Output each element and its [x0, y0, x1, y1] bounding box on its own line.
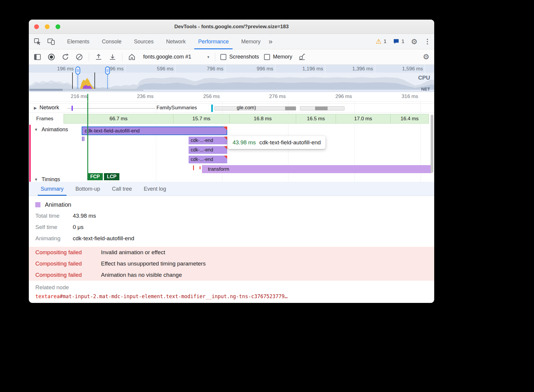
vertical-scrollbar[interactable] — [431, 115, 433, 173]
tab-call-tree[interactable]: Call tree — [106, 182, 138, 196]
overview-time-label: 996 ms — [238, 66, 273, 72]
total-time-value: 43.98 ms — [73, 212, 96, 219]
tab-bottom-up[interactable]: Bottom-up — [69, 182, 106, 196]
frame-cell[interactable]: 17.0 ms — [336, 114, 391, 124]
network-request-bar[interactable] — [300, 106, 345, 110]
settings-gear-icon[interactable]: ⚙ — [411, 37, 418, 46]
request-duration-line — [67, 108, 155, 109]
frame-cell[interactable]: 16.4 ms — [390, 114, 429, 124]
frame-cell[interactable]: 16.8 ms — [229, 114, 296, 124]
close-window-button[interactable] — [34, 24, 39, 29]
tab-memory[interactable]: Memory — [235, 34, 267, 49]
network-request-label[interactable]: gle.com) — [237, 105, 256, 111]
animating-label: Animating — [35, 235, 73, 242]
zoom-window-button[interactable] — [56, 24, 60, 29]
device-toolbar-icon[interactable] — [47, 37, 56, 46]
animations-track-label: Animations — [42, 127, 68, 133]
toolbar-divider — [122, 53, 122, 61]
detail-time-ruler: 216 ms 236 ms 256 ms 276 ms 296 ms 316 m… — [29, 92, 434, 102]
frames-track[interactable]: Frames 66.7 ms 15.7 ms 16.8 ms 16.5 ms 1… — [29, 113, 434, 124]
toggle-sidebar-icon[interactable] — [33, 53, 42, 61]
network-request-label[interactable]: FamilySummaries — [157, 105, 197, 111]
tab-console[interactable]: Console — [96, 34, 128, 49]
checkbox-box — [220, 54, 226, 60]
lcp-badge[interactable]: LCP — [104, 173, 119, 180]
animation-bar[interactable]: cdk-...-end — [189, 137, 227, 144]
animation-bar[interactable]: cdk-...-end — [189, 146, 227, 154]
network-track[interactable]: ▶ Network FamilySummaries gle.com) — [29, 103, 434, 113]
long-task-tick — [193, 165, 194, 170]
ruler-label: 216 ms — [55, 94, 87, 99]
warning-row: Compositing failed Invalid animation or … — [29, 247, 434, 258]
clear-recording-button[interactable] — [75, 53, 84, 61]
console-messages-badge[interactable]: 1 — [393, 38, 404, 45]
inspect-element-icon[interactable] — [33, 37, 42, 46]
cpu-track-label: CPU — [418, 75, 430, 81]
fcp-badge[interactable]: FCP — [87, 173, 103, 180]
tooltip-duration: 43.98 ms — [233, 139, 256, 146]
overview-event-marker — [72, 72, 73, 90]
warning-detail: Effect has unsupported timing parameters — [101, 260, 206, 267]
collapse-triangle-icon[interactable]: ▼ — [34, 127, 38, 132]
frame-cell[interactable]: 15.7 ms — [173, 114, 230, 124]
warning-label: Compositing failed — [35, 249, 101, 256]
save-profile-icon[interactable] — [108, 53, 117, 61]
capture-settings-gear-icon[interactable]: ⚙ — [423, 53, 429, 61]
collapse-triangle-icon[interactable]: ▼ — [34, 177, 38, 182]
frame-cell[interactable]: 66.7 ms — [64, 114, 173, 124]
gridline — [275, 65, 275, 73]
gridline — [225, 65, 225, 73]
animating-value: cdk-text-field-autofill-end — [73, 235, 134, 242]
chat-bubble-icon — [393, 38, 399, 45]
animations-track-accent — [29, 125, 31, 182]
timeline-overview[interactable]: 196 ms 396 ms 596 ms 796 ms 996 ms 1,196… — [29, 65, 434, 92]
minimize-window-button[interactable] — [45, 24, 50, 29]
animations-track-header[interactable]: ▼ Animations — [34, 127, 68, 133]
animation-bar[interactable]: cdk-...-end — [189, 156, 227, 163]
selection-handle-left[interactable] — [75, 67, 80, 75]
traffic-lights — [34, 24, 60, 29]
animation-bar-selected[interactable]: cdk-text-field-autofill-end — [82, 127, 227, 135]
selection-handle-right[interactable] — [105, 67, 110, 75]
more-tabs-icon[interactable]: » — [268, 37, 272, 46]
overview-dim-right — [110, 72, 434, 90]
window-title: DevTools - fonts.google.com/?preview.siz… — [174, 24, 289, 30]
transform-animation-bar[interactable]: transform — [202, 165, 431, 173]
warning-label: Compositing failed — [35, 260, 101, 267]
profile-select-value: fonts.google.com #1 — [143, 54, 191, 60]
network-request-bar[interactable] — [211, 105, 213, 112]
toolbar-divider — [215, 53, 215, 61]
profile-select[interactable]: fonts.google.com #1 ▼ — [143, 54, 210, 60]
load-profile-icon[interactable] — [94, 53, 103, 61]
compositing-warning-icon — [223, 127, 227, 130]
record-button[interactable] — [47, 53, 56, 61]
expand-triangle-icon[interactable]: ▶ — [34, 106, 37, 110]
performance-toolbar: fonts.google.com #1 ▼ Screenshots Memory… — [29, 49, 434, 65]
frames-track-label: Frames — [33, 115, 57, 123]
tab-summary[interactable]: Summary — [35, 182, 69, 196]
collect-garbage-icon[interactable] — [297, 53, 306, 61]
node-tag: textarea — [35, 293, 60, 299]
tab-sources[interactable]: Sources — [128, 34, 160, 49]
warning-icon: ⚠ — [376, 38, 382, 45]
memory-checkbox[interactable]: Memory — [264, 54, 292, 60]
ruler-label: 276 ms — [253, 94, 286, 99]
devtools-window: DevTools - fonts.google.com/?preview.siz… — [29, 20, 434, 303]
overflow-menu-icon[interactable]: ⋮ — [424, 38, 431, 45]
overview-time-label: 196 ms — [38, 66, 74, 72]
timings-track-header[interactable]: ▼ Timings — [34, 176, 60, 182]
screenshots-checkbox[interactable]: Screenshots — [220, 54, 259, 60]
home-icon[interactable] — [127, 53, 136, 61]
tab-elements[interactable]: Elements — [61, 34, 96, 49]
frame-cell[interactable]: 16.5 ms — [296, 114, 336, 124]
animation-tick — [83, 137, 84, 141]
tab-network[interactable]: Network — [160, 34, 192, 49]
compositing-warning-icon — [224, 156, 227, 159]
related-node-link[interactable]: textarea#mat-input-2.mat-mdc-input-eleme… — [35, 293, 434, 299]
issues-warning-badge[interactable]: ⚠ 1 — [376, 38, 386, 45]
tab-performance[interactable]: Performance — [192, 34, 235, 49]
reload-and-record-button[interactable] — [61, 53, 70, 61]
timeline-tracks[interactable]: ▶ Network FamilySummaries gle.com) Frame… — [29, 102, 434, 182]
overview-time-label: 1,196 ms — [287, 66, 323, 72]
tab-event-log[interactable]: Event log — [138, 182, 172, 196]
